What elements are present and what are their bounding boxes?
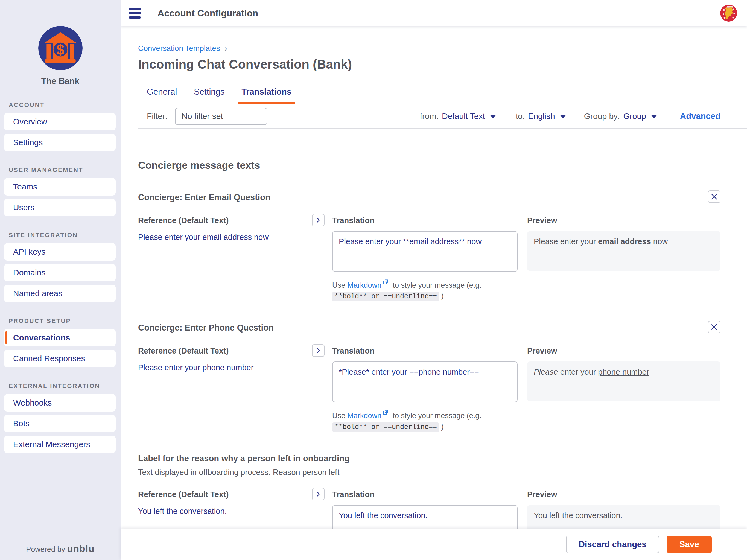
sidebar-item-label: Conversations — [13, 333, 70, 342]
reference-label: Reference (Default Text) — [138, 490, 312, 499]
section-subtitle: Text displayed in offboarding process: R… — [138, 468, 350, 477]
breadcrumb-link-conversation-templates[interactable]: Conversation Templates — [138, 44, 220, 53]
save-button[interactable]: Save — [667, 536, 712, 553]
unblu-logo: unblu — [67, 543, 94, 554]
translation-label: Translation — [332, 216, 518, 225]
tab-bar: General Settings Translations — [138, 87, 747, 104]
sidebar-item-bots[interactable]: Bots — [4, 415, 115, 432]
sidebar-item-label: Bots — [13, 419, 29, 428]
active-indicator-bar — [5, 331, 7, 344]
sidebar-item-webhooks[interactable]: Webhooks — [4, 394, 115, 411]
page-title: Incoming Chat Conversation (Bank) — [138, 57, 720, 72]
sidebar-item-api-keys[interactable]: API keys — [4, 243, 115, 261]
reference-text: Please enter your email address now — [138, 233, 312, 242]
sidebar-item-external-messengers[interactable]: External Messengers — [4, 436, 115, 453]
markdown-link[interactable]: Markdown — [347, 281, 382, 289]
preview-box: Please enter your email address now — [527, 231, 720, 271]
caret-down-icon — [651, 115, 657, 119]
close-section-button[interactable] — [708, 321, 720, 333]
preview-box: Please enter your phone number — [527, 361, 720, 401]
external-link-icon — [383, 279, 389, 285]
to-dropdown[interactable]: to: English — [516, 111, 566, 121]
breadcrumb: Conversation Templates › — [138, 44, 720, 53]
preview-column: Preview Please enter your phone number — [527, 347, 720, 403]
powered-by: Powered by unblu — [0, 543, 121, 554]
chevron-right-icon: › — [225, 44, 227, 53]
topbar-divider — [149, 0, 149, 26]
tab-settings[interactable]: Settings — [194, 87, 225, 104]
markdown-hint: Use Markdown to style your message (e.g.… — [332, 409, 518, 432]
topbar: Account Configuration — [121, 0, 747, 26]
translation-textarea[interactable]: Please enter your **email address** now — [332, 231, 518, 272]
translation-textarea[interactable]: *Please* enter your ==phone number== — [332, 361, 518, 402]
copy-reference-button[interactable] — [312, 344, 325, 357]
section-label-external-integration: EXTERNAL INTEGRATION — [9, 383, 121, 390]
translation-column: Translation *Please* enter your ==phone … — [332, 347, 518, 403]
sidebar-item-users[interactable]: Users — [4, 199, 115, 216]
close-section-button[interactable] — [708, 190, 720, 203]
tab-translations[interactable]: Translations — [241, 87, 291, 104]
chevron-right-icon — [315, 217, 321, 223]
org-name: The Bank — [0, 76, 121, 86]
filter-input[interactable] — [175, 108, 267, 125]
hint-text: to style your message (e.g. — [391, 411, 482, 420]
sidebar-item-overview[interactable]: Overview — [4, 113, 115, 130]
hint-text: Use — [332, 411, 347, 420]
powered-by-text: Powered by — [26, 545, 67, 554]
reference-column: Reference (Default Text) Please enter yo… — [138, 347, 312, 403]
section-label-site-integration: SITE INTEGRATION — [9, 232, 121, 239]
groupby-label: Group by: — [584, 111, 620, 121]
action-bar: Discard changes Save — [121, 529, 747, 560]
translation-section-phone: Concierge: Enter Phone Question Referenc… — [138, 323, 720, 432]
chevron-right-icon — [315, 491, 321, 498]
groupby-value: Group — [623, 111, 646, 121]
caret-down-icon — [560, 115, 566, 119]
from-label: from: — [420, 111, 439, 121]
sidebar-item-domains[interactable]: Domains — [4, 264, 115, 281]
markdown-code-example: **bold** or ==underline== — [332, 292, 439, 301]
sidebar-item-canned-responses[interactable]: Canned Responses — [4, 350, 115, 367]
main-content: Conversation Templates › Incoming Chat C… — [121, 26, 747, 560]
lion-emblem-icon — [720, 5, 737, 22]
sidebar-item-label: Overview — [13, 117, 47, 126]
copy-reference-button[interactable] — [312, 214, 325, 226]
preview-text: now — [651, 237, 668, 246]
sidebar-item-label: Settings — [13, 138, 43, 147]
sidebar-item-label: Domains — [13, 268, 45, 277]
translation-label: Translation — [332, 490, 518, 499]
sidebar-item-named-areas[interactable]: Named areas — [4, 285, 115, 302]
groupby-dropdown[interactable]: Group by: Group — [584, 111, 657, 121]
advanced-link[interactable]: Advanced — [680, 111, 720, 121]
sidebar: $ The Bank ACCOUNT Overview Settings USE… — [0, 0, 121, 560]
copy-reference-button[interactable] — [312, 488, 325, 501]
sidebar-item-label: Teams — [13, 182, 37, 192]
svg-text:$: $ — [56, 42, 65, 58]
markdown-link[interactable]: Markdown — [347, 411, 382, 420]
preview-label: Preview — [527, 347, 720, 355]
section-title: Concierge: Enter Phone Question — [138, 323, 274, 333]
sidebar-item-label: Users — [13, 203, 34, 212]
chevron-right-icon — [315, 347, 321, 354]
section-label-product-setup: PRODUCT SETUP — [9, 317, 121, 325]
from-dropdown[interactable]: from: Default Text — [420, 111, 496, 121]
translation-column: Translation Please enter your **email ad… — [332, 216, 518, 273]
to-label: to: — [516, 111, 525, 121]
section-title: Label for the reason why a person left i… — [138, 454, 350, 463]
hamburger-menu-icon[interactable] — [129, 8, 141, 19]
discard-changes-button[interactable]: Discard changes — [566, 536, 659, 553]
user-avatar[interactable] — [720, 5, 737, 22]
section-label-user-management: USER MANAGEMENT — [9, 167, 121, 174]
sidebar-item-conversations[interactable]: Conversations — [4, 329, 115, 347]
sidebar-item-settings[interactable]: Settings — [4, 134, 115, 151]
tab-general[interactable]: General — [147, 87, 177, 104]
preview-column: Preview Please enter your email address … — [527, 216, 720, 273]
hint-text: ) — [439, 292, 444, 300]
preview-text-underline: phone number — [598, 367, 649, 376]
sidebar-item-label: Canned Responses — [13, 354, 85, 363]
sidebar-item-teams[interactable]: Teams — [4, 178, 115, 196]
sidebar-item-label: External Messengers — [13, 440, 90, 449]
filter-bar: Filter: from: Default Text to: English G… — [138, 104, 747, 128]
preview-text: Please enter your — [534, 237, 598, 246]
hint-text: to style your message (e.g. — [391, 281, 482, 289]
translation-label: Translation — [332, 347, 518, 355]
